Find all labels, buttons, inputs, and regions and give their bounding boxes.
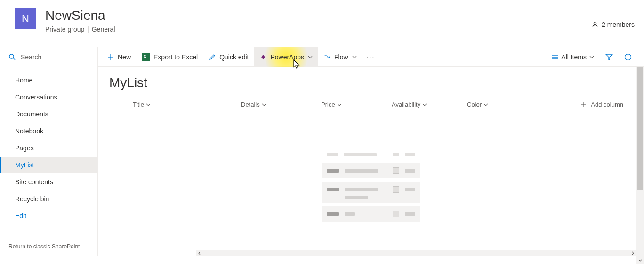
nav-item-conversations[interactable]: Conversations: [0, 89, 97, 106]
search-placeholder: Search: [21, 53, 41, 61]
list-title: MyList: [109, 75, 633, 91]
separator: |: [87, 25, 91, 33]
svg-point-10: [628, 55, 628, 56]
site-logo[interactable]: N: [15, 8, 36, 29]
main-content: New Export to Excel Quick edit PowerApps…: [98, 47, 644, 256]
nav-item-recyclebin[interactable]: Recycle bin: [0, 190, 97, 207]
command-bar: New Export to Excel Quick edit PowerApps…: [98, 47, 644, 67]
empty-list-illustration: [109, 150, 633, 222]
chevron-down-icon: [308, 55, 313, 59]
more-icon: ···: [367, 53, 375, 61]
chevron-down-icon: [483, 102, 488, 107]
site-title[interactable]: NewSiena: [45, 8, 591, 24]
vertical-scrollbar[interactable]: [636, 67, 644, 264]
list-icon: [552, 54, 558, 60]
export-button[interactable]: Export to Excel: [137, 47, 203, 67]
column-header-label: Availability: [392, 101, 420, 108]
view-selector[interactable]: All Items: [547, 47, 599, 67]
search-icon: [8, 53, 16, 61]
powerapps-button[interactable]: PowerApps: [254, 47, 318, 67]
plus-icon: [107, 54, 114, 60]
left-nav: Search Home Conversations Documents Note…: [0, 47, 98, 256]
chevron-down-icon: [422, 102, 427, 107]
site-privacy: Private group: [45, 25, 84, 33]
column-header-label: Price: [321, 101, 335, 108]
nav-list: Home Conversations Documents Notebook Pa…: [0, 67, 97, 239]
scrollbar-thumb[interactable]: [637, 67, 643, 190]
scroll-left-icon[interactable]: [196, 250, 203, 256]
nav-item-home[interactable]: Home: [0, 72, 97, 89]
column-header-label: Details: [241, 101, 260, 108]
info-icon: [624, 53, 632, 61]
scroll-down-icon[interactable]: [636, 256, 644, 264]
chevron-down-icon: [146, 102, 151, 107]
quickedit-label: Quick edit: [219, 53, 249, 61]
column-header-label: Title: [133, 101, 144, 108]
powerapps-icon: [260, 54, 266, 60]
chevron-down-icon: [337, 102, 342, 107]
view-label: All Items: [561, 53, 587, 61]
column-header-availability[interactable]: Availability: [392, 101, 467, 108]
flow-icon: [324, 54, 330, 60]
filter-icon: [605, 53, 613, 61]
search-box[interactable]: Search: [0, 47, 97, 67]
quickedit-button[interactable]: Quick edit: [203, 47, 254, 67]
members-link[interactable]: 2 members: [591, 21, 635, 28]
column-header-title[interactable]: Title: [109, 101, 241, 108]
return-classic-link[interactable]: Return to classic SharePoint: [0, 239, 97, 256]
column-header-label: Color: [467, 101, 482, 108]
site-header: N NewSiena Private group | General 2 mem…: [0, 0, 644, 47]
list-area: MyList Title Details Price Availability: [98, 67, 644, 256]
plus-icon: [580, 102, 586, 107]
site-classification: General: [92, 25, 115, 33]
new-button[interactable]: New: [102, 47, 137, 67]
nav-item-sitecontents[interactable]: Site contents: [0, 173, 97, 190]
add-column-button[interactable]: Add column: [538, 101, 633, 108]
nav-item-mylist[interactable]: MyList: [0, 157, 97, 173]
powerapps-label: PowerApps: [270, 53, 304, 61]
flow-button[interactable]: Flow: [318, 47, 362, 67]
flow-label: Flow: [334, 53, 348, 61]
horizontal-scrollbar[interactable]: [196, 250, 636, 256]
svg-point-0: [594, 22, 596, 25]
nav-item-pages[interactable]: Pages: [0, 140, 97, 157]
pencil-icon: [209, 54, 216, 60]
chevron-down-icon: [352, 55, 357, 59]
site-logo-letter: N: [22, 13, 29, 25]
column-header-color[interactable]: Color: [467, 101, 538, 108]
nav-item-documents[interactable]: Documents: [0, 106, 97, 123]
nav-item-edit[interactable]: Edit: [0, 207, 97, 224]
overflow-button[interactable]: ···: [362, 47, 379, 67]
scroll-right-icon[interactable]: [629, 250, 636, 256]
new-label: New: [118, 53, 131, 61]
chevron-down-icon: [589, 55, 594, 59]
export-label: Export to Excel: [153, 53, 198, 61]
chevron-down-icon: [262, 102, 266, 107]
excel-icon: [142, 53, 150, 61]
people-icon: [591, 21, 599, 28]
svg-point-1: [9, 54, 14, 58]
column-header-details[interactable]: Details: [241, 101, 321, 108]
site-meta: NewSiena Private group | General: [45, 8, 591, 33]
svg-line-2: [13, 58, 15, 60]
members-count: 2 members: [602, 21, 635, 28]
info-button[interactable]: [620, 47, 636, 67]
nav-item-notebook[interactable]: Notebook: [0, 123, 97, 140]
column-headers: Title Details Price Availability Color: [109, 101, 633, 112]
filter-button[interactable]: [601, 47, 618, 67]
add-column-label: Add column: [591, 101, 623, 108]
column-header-price[interactable]: Price: [321, 101, 392, 108]
site-subtitle: Private group | General: [45, 25, 591, 33]
